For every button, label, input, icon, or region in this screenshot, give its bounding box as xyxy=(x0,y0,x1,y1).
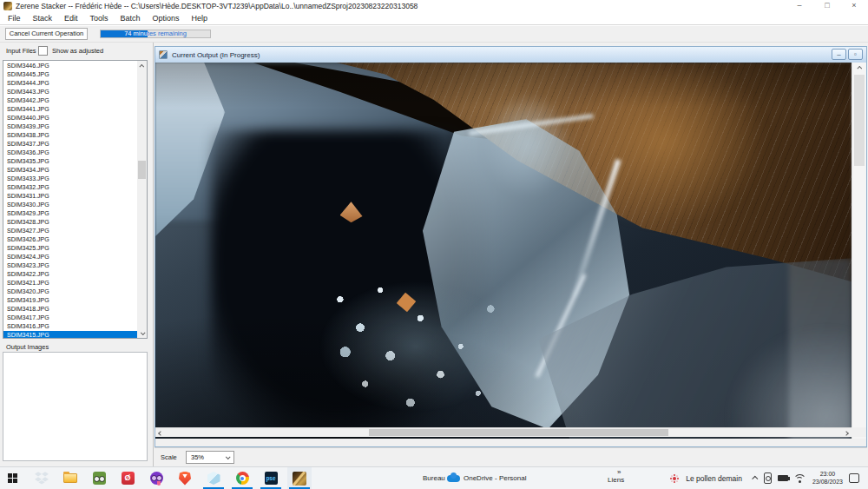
input-file-list[interactable]: SDIM3446.JPGSDIM3445.JPGSDIM3444.JPGSDIM… xyxy=(3,60,148,339)
file-list-item[interactable]: SDIM3445.JPG xyxy=(3,70,137,79)
dropbox-icon xyxy=(35,472,49,485)
battery-tray-icon[interactable] xyxy=(778,475,788,481)
progress-remaining-text-inverse: 74 minutes remaining xyxy=(101,30,148,37)
onedrive-icon[interactable] xyxy=(447,475,460,482)
menu-bar: File Stack Edit Tools Batch Options Help xyxy=(0,12,868,25)
file-list-scrollbar[interactable] xyxy=(137,61,147,338)
scroll-down-icon[interactable] xyxy=(137,328,147,338)
taskbar-app-file-explorer[interactable] xyxy=(58,467,82,489)
action-center-icon[interactable] xyxy=(849,473,859,483)
file-list-item[interactable]: SDIM3427.JPG xyxy=(3,227,137,235)
menu-item-file[interactable]: File xyxy=(2,12,27,24)
taskbar-app-photoshop-elements[interactable]: pse xyxy=(259,467,283,489)
horizontal-scrollbar-thumb[interactable] xyxy=(369,429,668,436)
menu-item-tools[interactable]: Tools xyxy=(84,12,115,24)
file-list-item[interactable]: SDIM3443.JPG xyxy=(3,88,137,96)
photoshop-elements-icon: pse xyxy=(265,472,278,485)
file-list-item[interactable]: SDIM3438.JPG xyxy=(3,131,137,140)
cancel-current-operation-button[interactable]: Cancel Current Operation xyxy=(5,28,88,40)
scroll-right-icon[interactable] xyxy=(841,428,852,438)
file-list-item[interactable]: SDIM3429.JPG xyxy=(3,209,137,218)
pollen-alert-icon[interactable] xyxy=(673,477,676,480)
file-list-item[interactable]: SDIM3417.JPG xyxy=(3,314,137,322)
tray-expand-chevron-icon[interactable] xyxy=(752,476,758,482)
clock-time: 23:00 xyxy=(820,471,836,477)
file-list-item[interactable]: SDIM3439.JPG xyxy=(3,122,137,131)
menu-item-help[interactable]: Help xyxy=(186,12,214,24)
file-list-item[interactable]: SDIM3422.JPG xyxy=(3,270,137,279)
taskbar-app-blue-cube[interactable] xyxy=(201,467,226,489)
input-file-rows: SDIM3446.JPGSDIM3445.JPGSDIM3444.JPGSDIM… xyxy=(3,62,137,339)
file-list-item[interactable]: SDIM3437.JPG xyxy=(3,140,137,149)
output-images-header: Output Images xyxy=(6,343,49,351)
file-list-item[interactable]: SDIM3442.JPG xyxy=(3,96,137,105)
file-list-item[interactable]: SDIM3440.JPG xyxy=(3,114,137,122)
scroll-up-icon[interactable] xyxy=(852,63,867,73)
scroll-up-icon[interactable] xyxy=(137,61,147,70)
taskbar-app-chrome[interactable] xyxy=(230,467,254,489)
taskbar-app-brave[interactable] xyxy=(173,467,197,489)
current-output-image[interactable] xyxy=(155,63,852,439)
menu-item-options[interactable]: Options xyxy=(147,12,186,24)
file-list-item[interactable]: SDIM3426.JPG xyxy=(3,235,137,244)
toolbar-overflow-chevron[interactable]: » xyxy=(617,468,621,476)
scale-dropdown[interactable]: 35% xyxy=(186,451,234,464)
taskbar-clock[interactable]: 23:00 23/08/2023 xyxy=(812,471,843,486)
taskbar-app-zerene-stacker[interactable] xyxy=(287,467,312,489)
menu-item-edit[interactable]: Edit xyxy=(58,12,84,24)
file-list-item[interactable]: SDIM3444.JPG xyxy=(3,79,137,88)
file-list-item[interactable]: SDIM3428.JPG xyxy=(3,218,137,227)
file-list-item[interactable]: SDIM3432.JPG xyxy=(3,183,137,192)
show-as-adjusted-checkbox[interactable] xyxy=(38,46,48,56)
taskbar-app-purple-emoji[interactable] xyxy=(144,467,168,489)
vertical-scrollbar-thumb[interactable] xyxy=(854,75,865,166)
green-travel-app-icon xyxy=(93,472,106,485)
taskbar-app-red-media[interactable]: Ø xyxy=(115,467,140,489)
liens-toolbar-label[interactable]: Liens xyxy=(608,476,624,484)
taskbar-app-dropbox[interactable] xyxy=(30,467,54,489)
file-list-item[interactable]: SDIM3425.JPG xyxy=(3,244,137,253)
file-list-item[interactable]: SDIM3433.JPG xyxy=(3,175,137,183)
image-horizontal-scrollbar[interactable] xyxy=(155,427,852,437)
file-list-item[interactable]: SDIM3423.JPG xyxy=(3,261,137,270)
file-list-item[interactable]: SDIM3419.JPG xyxy=(3,296,137,305)
current-output-title-bar[interactable]: Current Output (In Progress) – ▫ xyxy=(155,47,866,63)
file-list-item[interactable]: SDIM3424.JPG xyxy=(3,253,137,261)
output-images-list[interactable] xyxy=(3,352,148,461)
file-list-item[interactable]: SDIM3415.JPG xyxy=(3,331,137,339)
wifi-tray-icon[interactable] xyxy=(794,474,806,483)
main-content: Input Files Show as adjusted SDIM3446.JP… xyxy=(0,43,868,466)
input-files-header-row: Input Files Show as adjusted xyxy=(0,43,154,60)
file-list-item[interactable]: SDIM3436.JPG xyxy=(3,149,137,157)
minimize-button[interactable]: – xyxy=(788,0,811,12)
file-list-item[interactable]: SDIM3416.JPG xyxy=(3,322,137,331)
file-list-item[interactable]: SDIM3441.JPG xyxy=(3,105,137,114)
file-list-item[interactable]: SDIM3446.JPG xyxy=(3,62,137,70)
onedrive-label[interactable]: OneDrive - Personal xyxy=(464,474,526,482)
desktop: Zerene Stacker -- Frédéric Hède -- C:\Us… xyxy=(0,0,868,489)
maximize-button[interactable]: □ xyxy=(816,0,838,12)
close-button[interactable]: × xyxy=(843,0,865,12)
image-vertical-scrollbar[interactable] xyxy=(852,63,866,439)
file-list-item[interactable]: SDIM3418.JPG xyxy=(3,305,137,314)
menu-item-stack[interactable]: Stack xyxy=(27,12,59,24)
weather-widget-label[interactable]: Le pollen demain xyxy=(686,474,742,483)
file-list-scrollbar-thumb[interactable] xyxy=(138,161,146,179)
file-list-item[interactable]: SDIM3421.JPG xyxy=(3,279,137,287)
scrollbar-corner xyxy=(852,427,866,437)
scroll-left-icon[interactable] xyxy=(155,428,166,438)
file-list-item[interactable]: SDIM3434.JPG xyxy=(3,166,137,175)
start-button[interactable] xyxy=(0,467,24,489)
panel-minimize-button[interactable]: – xyxy=(832,49,846,60)
menu-item-batch[interactable]: Batch xyxy=(115,12,147,24)
taskbar-app-green-travel[interactable] xyxy=(87,467,111,489)
file-list-item[interactable]: SDIM3420.JPG xyxy=(3,287,137,296)
scale-value: 35% xyxy=(191,453,204,461)
panel-maximize-button[interactable]: ▫ xyxy=(848,49,863,60)
file-list-item[interactable]: SDIM3430.JPG xyxy=(3,201,137,209)
files-panel: Input Files Show as adjusted SDIM3446.JP… xyxy=(0,43,154,466)
file-list-item[interactable]: SDIM3435.JPG xyxy=(3,157,137,166)
file-list-item[interactable]: SDIM3431.JPG xyxy=(3,192,137,201)
bureau-toolbar-label[interactable]: Bureau xyxy=(423,474,445,482)
your-phone-tray-icon[interactable] xyxy=(764,472,772,484)
